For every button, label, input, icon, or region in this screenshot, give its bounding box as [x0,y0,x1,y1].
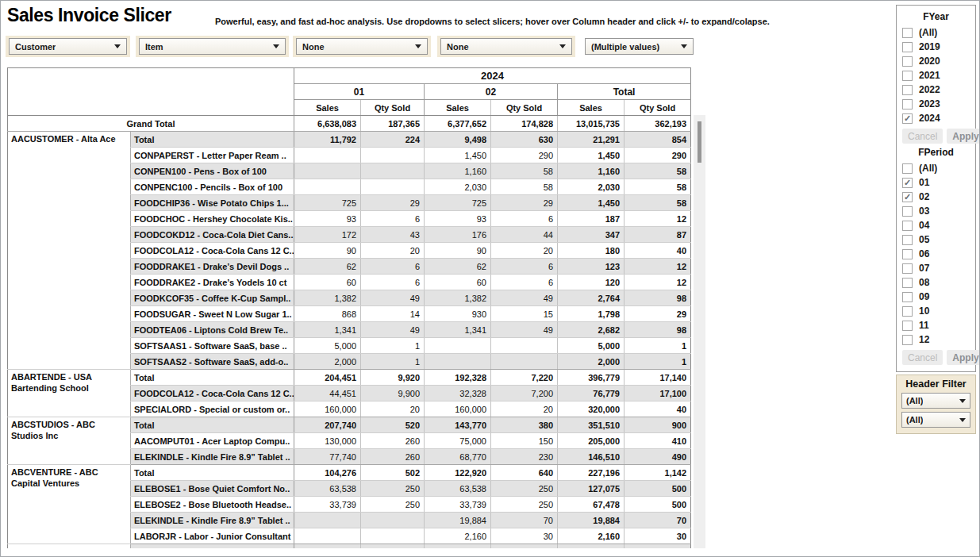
header-filter-select-2[interactable]: (All) [901,412,970,428]
checkbox-unchecked[interactable] [902,278,913,288]
slicer-select-2[interactable]: Item [139,38,286,55]
checkbox-unchecked[interactable] [902,292,913,302]
fyear-option-2024[interactable]: ✓2024 [902,111,970,125]
cell-value: 150 [491,433,558,449]
cell-value: 68,770 [425,449,491,465]
column-header-period[interactable]: 01 [294,84,425,100]
cell-value: 7,200 [491,386,558,401]
cell-value: 2,160 [425,528,491,544]
cell-value: 187 [558,211,625,227]
item-label: FOODCOKD12 - Coca-Cola Diet Cans.. [131,227,294,243]
item-label: SOFTSAAS2 - Software SaaS, add-o.. [131,354,294,370]
slicer-select-4[interactable]: None [440,38,572,55]
cell-value: 1,450 [558,195,625,211]
fyear-option-label: (All) [919,27,937,38]
fperiod-option-06[interactable]: 06 [902,247,970,261]
column-header-period[interactable]: Total [558,84,691,100]
cell-value: 58 [491,163,558,179]
fperiod-apply-button[interactable]: Apply [947,350,980,365]
slicer-select-3-value: None [302,42,325,52]
checkbox-unchecked[interactable] [902,206,913,217]
checkbox-unchecked[interactable] [902,306,913,317]
column-header-measure[interactable]: Sales [294,100,361,116]
cell-value [491,354,558,370]
column-header-measure[interactable]: Qty Sold [625,100,691,116]
fyear-option-2021[interactable]: 2021 [902,68,970,83]
column-header-period[interactable]: 02 [425,84,558,100]
fperiod-option-03[interactable]: 03 [902,204,970,218]
column-header-measure[interactable]: Sales [558,100,625,116]
checkbox-checked[interactable]: ✓ [902,178,913,188]
fperiod-option-02[interactable]: ✓02 [902,190,970,204]
group-total-label: Total [131,370,294,386]
fperiod-option-01[interactable]: ✓01 [902,175,970,190]
checkbox-checked[interactable]: ✓ [902,113,913,124]
cell-value: 123 [558,259,625,275]
grand-total-value: 174,828 [491,116,558,132]
partial-row [8,544,691,549]
checkbox-unchecked[interactable] [902,71,913,81]
cell-value: 12 [625,259,691,275]
cell-value: 93 [425,211,491,227]
fperiod-option-all[interactable]: (All) [902,161,970,175]
column-header-measure[interactable]: Qty Sold [361,100,425,116]
fperiod-option-label: 11 [919,320,929,331]
fperiod-option-11[interactable]: 11 [902,318,970,332]
checkbox-unchecked[interactable] [902,335,913,345]
chevron-down-icon [681,44,687,48]
group-total-label: Total [131,417,294,433]
pivot-table: 20240102TotalSalesQty SoldSalesQty SoldS… [7,67,691,548]
cell-value: 207,740 [294,417,361,433]
cell-value: 20 [491,243,558,259]
checkbox-unchecked[interactable] [902,249,913,259]
checkbox-checked[interactable]: ✓ [902,192,913,202]
fperiod-cancel-button[interactable]: Cancel [902,350,943,365]
cell-value: 630 [491,132,558,148]
group-total-row: ABCVENTURE - ABC Capital VenturesTotal10… [8,465,691,481]
fyear-option-2019[interactable]: 2019 [902,40,970,54]
cell-value: 260 [361,433,425,449]
fyear-apply-button[interactable]: Apply [947,129,980,144]
chevron-down-icon [273,44,279,48]
fperiod-option-07[interactable]: 07 [902,261,970,275]
checkbox-unchecked[interactable] [902,221,913,231]
table-scrollbar-thumb[interactable] [698,121,701,163]
header-filter-select-1[interactable]: (All) [901,393,970,409]
checkbox-unchecked[interactable] [902,163,913,174]
fperiod-option-05[interactable]: 05 [902,232,970,247]
fperiod-option-label: 04 [919,220,929,231]
fperiod-option-04[interactable]: 04 [902,218,970,232]
fperiod-option-label: 09 [919,291,929,302]
table-scrollbar-track[interactable] [694,115,705,548]
slicer-select-3[interactable]: None [296,38,428,55]
slicer-select-1[interactable]: Customer [9,38,127,55]
checkbox-unchecked[interactable] [902,56,913,67]
fyear-option-2023[interactable]: 2023 [902,97,970,111]
fperiod-option-10[interactable]: 10 [902,304,970,318]
fperiod-option-12[interactable]: 12 [902,332,970,347]
column-header-measure[interactable]: Qty Sold [491,100,558,116]
checkbox-unchecked[interactable] [902,321,913,331]
fperiod-option-09[interactable]: 09 [902,290,970,304]
checkbox-unchecked[interactable] [902,263,913,274]
checkbox-unchecked[interactable] [902,85,913,95]
checkbox-unchecked[interactable] [902,99,913,109]
fyear-cancel-button[interactable]: Cancel [902,129,943,144]
checkbox-unchecked[interactable] [902,42,913,52]
slicer-select-5-value: (Multiple values) [591,42,659,52]
item-label: FOODDRAKE1 - Drake’s Devil Dogs .. [131,259,294,275]
fperiod-option-08[interactable]: 08 [902,275,970,290]
cell-value: 224 [361,132,425,148]
checkbox-unchecked[interactable] [902,28,913,38]
checkbox-unchecked[interactable] [902,235,913,245]
column-header-measure[interactable]: Sales [425,100,491,116]
cell-value [361,513,425,528]
cell-value: 30 [625,528,691,544]
slicer-select-5[interactable]: (Multiple values) [585,38,694,55]
fyear-option-2022[interactable]: 2022 [902,83,970,97]
column-header-year[interactable]: 2024 [294,68,691,84]
fyear-option-2020[interactable]: 2020 [902,54,970,68]
cell-value: 43 [361,227,425,243]
fyear-option-all[interactable]: (All) [902,25,970,40]
cell-value: 1,450 [558,148,625,163]
